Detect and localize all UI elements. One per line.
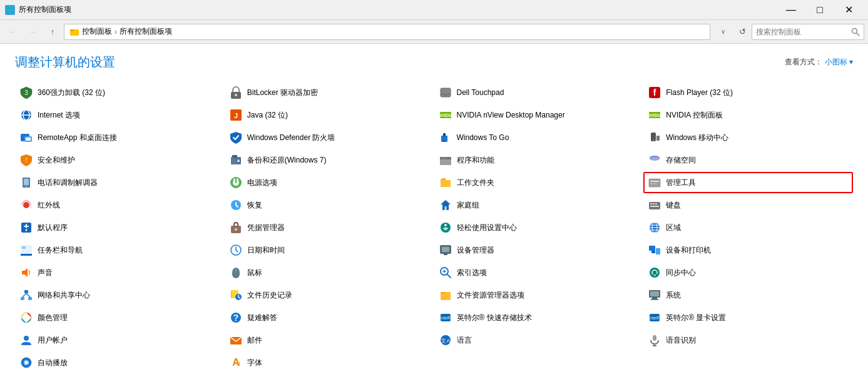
grid-item-23[interactable]: 键盘 [643,194,853,216]
grid-item-32[interactable]: 声音 [15,262,225,283]
grid-item-12[interactable]: !安全和维护 [15,149,225,171]
grid-item-38[interactable]: 文件资源管理器选项 [434,284,644,306]
svg-rect-100 [651,299,658,300]
grid-item-22[interactable]: 家庭组 [434,194,644,216]
view-value[interactable]: 小图标 ▾ [825,58,853,66]
grid-item-34[interactable]: 索引选项 [434,262,644,283]
grid-item-0[interactable]: 3360强力卸载 (32 位) [15,82,225,103]
grid-item-48[interactable]: 自动播放 [15,352,225,373]
nvidia-icon: NVIDIA [438,108,453,123]
grid-item-26[interactable]: 轻松使用设置中心 [434,217,644,238]
grid-item-13[interactable]: 备份和还原(Windows 7) [225,149,434,171]
grid-item-37[interactable]: 文件历史记录 [225,284,434,306]
maximize-button[interactable]: □ [805,0,834,20]
useraccount-icon [19,333,34,348]
grid-item-33[interactable]: 鼠标 [225,262,434,283]
svg-rect-87 [28,297,32,300]
grid-item-5[interactable]: JJava (32 位) [225,104,434,126]
item-label-11: Windows 移动中心 [666,133,728,143]
sound-icon [19,265,34,280]
view-selector: 查看方式： 小图标 ▾ [785,57,853,68]
grid-item-14[interactable]: 程序和功能 [434,149,644,171]
grid-item-35[interactable]: 同步中心 [643,262,853,283]
grid-item-6[interactable]: NVIDIANVIDIA nView Desktop Manager [434,104,644,126]
grid-item-46[interactable]: 文A语言 [434,329,644,351]
view-label: 查看方式： [785,58,822,66]
grid-item-30[interactable]: 设备管理器 [434,239,644,261]
grid-item-47[interactable]: 语音识别 [643,329,853,351]
speech-icon [647,333,662,348]
item-label-12: 安全和维护 [38,155,75,166]
svg-point-45 [650,157,660,161]
path-controlpanel[interactable]: 控制面板 [82,26,112,37]
grid-item-45[interactable]: 邮件 [225,329,434,351]
dropdown-arrow[interactable]: ∨ [714,23,732,41]
grid-item-18[interactable]: 工作文件夹 [434,172,644,193]
search-input[interactable] [756,28,851,36]
grid-item-4[interactable]: Internet 选项 [15,104,225,126]
grid-item-21[interactable]: 恢复 [225,194,434,216]
svg-rect-51 [650,183,656,184]
grid-item-40[interactable]: 颜色管理 [15,307,225,328]
grid-item-11[interactable]: Windows 移动中心 [643,127,853,148]
defender-icon [228,130,243,145]
grid-item-1[interactable]: BitLocker 驱动器加密 [225,82,434,103]
grid-item-2[interactable]: Dell Touchpad [434,82,644,103]
grid-item-39[interactable]: 系统 [643,284,853,306]
path-current[interactable]: 所有控制面板项 [120,26,172,37]
grid-item-7[interactable]: NVIDIANVIDIA 控制面板 [643,104,853,126]
grid-item-42[interactable]: Intel®英特尔® 快速存储技术 [434,307,644,328]
svg-rect-2 [6,11,9,14]
item-label-16: 电话和调制解调器 [38,178,98,188]
item-label-31: 设备和打印机 [666,245,711,256]
grid-item-43[interactable]: Intel®英特尔® 显卡设置 [643,307,853,328]
grid-item-27[interactable]: 区域 [643,217,853,238]
grid-item-44[interactable]: 用户帐户 [15,329,225,351]
intel-storage-icon: Intel® [438,310,453,325]
item-label-4: Internet 选项 [38,110,80,121]
grid-item-8[interactable]: RemoteApp 和桌面连接 [15,127,225,148]
grid-item-25[interactable]: 凭据管理器 [225,217,434,238]
grid-item-9[interactable]: Windows Defender 防火墙 [225,127,434,148]
refresh-button[interactable]: ↺ [735,25,749,39]
security-icon: ! [19,153,34,168]
grid-item-3[interactable]: fFlash Player (32 位) [643,82,853,103]
search-box[interactable] [752,24,864,40]
grid-item-28[interactable]: 任务栏和导航 [15,239,225,261]
grid-item-20[interactable]: 红外线 [15,194,225,216]
back-button[interactable]: ← [4,23,21,41]
svg-rect-78 [649,246,655,251]
forward-button[interactable]: → [24,23,41,41]
grid-item-31[interactable]: 设备和打印机 [643,239,853,261]
svg-rect-77 [444,254,447,255]
grid-item-41[interactable]: ?疑难解答 [225,307,434,328]
sync-icon [647,265,662,280]
easeaccess-icon [438,220,453,235]
close-button[interactable]: ✕ [834,0,863,20]
item-label-35: 同步中心 [666,268,696,278]
item-label-8: RemoteApp 和桌面连接 [38,133,117,143]
minimize-button[interactable]: — [777,0,805,20]
item-label-39: 系统 [666,290,681,301]
up-button[interactable]: ↑ [44,23,61,41]
svg-rect-36 [232,155,237,158]
item-label-45: 邮件 [247,335,262,346]
address-bar: ← → ↑ 控制面板 › 所有控制面板项 ∨ ↺ [0,20,868,44]
grid-item-17[interactable]: 电源选项 [225,172,434,193]
item-label-21: 恢复 [247,200,262,211]
grid-item-36[interactable]: 网络和共享中心 [15,284,225,306]
grid-item-15[interactable]: 存储空间 [643,149,853,171]
grid-item-29[interactable]: 日期和时间 [225,239,434,261]
dropdown-button[interactable]: ∨ [714,23,732,41]
svg-rect-56 [650,203,652,204]
grid-item-19[interactable]: 管理工具 [643,172,853,193]
grid-item-16[interactable]: 电话和调制解调器 [15,172,225,193]
svg-rect-54 [444,206,447,210]
item-label-3: Flash Player (32 位) [666,88,733,98]
devices-icon [647,243,662,258]
grid-item-24[interactable]: 默认程序 [15,217,225,238]
grid-item-10[interactable]: Windows To Go [434,127,644,148]
item-label-13: 备份和还原(Windows 7) [247,155,327,166]
grid-item-49[interactable]: Aa字体 [225,352,434,373]
filehistory-icon [228,288,243,303]
